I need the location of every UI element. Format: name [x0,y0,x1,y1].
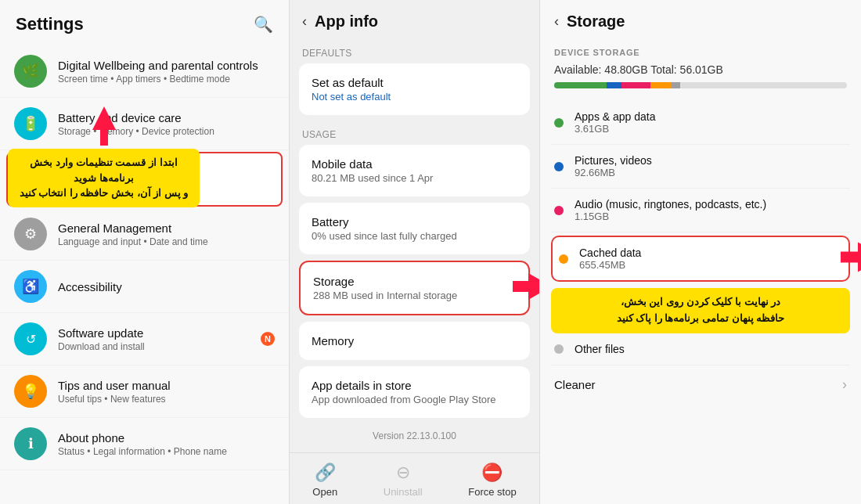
pictures-row-title: Pictures, videos [575,154,652,167]
uninstall-icon: ⊖ [396,463,410,483]
storage-bar [554,82,847,88]
storage-panel: ‹ Storage DEVICE STORAGE Available: 48.8… [540,0,861,504]
sidebar-item-digital-wellbeing[interactable]: 🌿 Digital Wellbeing and parental control… [0,45,289,98]
version-text: Version 22.13.0.100 [299,424,530,448]
battery-card-value: 0% used since last fully charged [312,230,517,242]
bar-audio [621,82,650,88]
force-stop-icon: ⛔ [481,463,503,483]
force-stop-button[interactable]: ⛔ Force stop [468,463,516,498]
audio-row-value: 1.15GB [575,211,766,222]
general-title: General Management [58,221,208,235]
storage-title: Storage [567,13,625,31]
storage-available: Available: 48.80GB Total: 56.01GB [551,63,850,82]
app-bottom-bar: 🔗 Open ⊖ Uninstall ⛔ Force stop [290,452,539,504]
appinfo-panel: ‹ App info Defaults Set as default Not s… [290,0,540,504]
general-icon: ⚙ [14,218,47,250]
other-row-text: Other files [575,343,625,355]
digital-wellbeing-text: Digital Wellbeing and parental controls … [58,59,258,85]
cached-row-value: 655.45MB [579,259,641,271]
right-callout: در نهایت با کلیک کردن روی این بخش،حافظه … [551,288,850,333]
about-subtitle: Status • Legal information • Phone name [58,446,227,457]
memory-card-title: Memory [312,334,517,347]
bar-pictures [607,82,621,88]
storage-back-icon[interactable]: ‹ [554,13,559,30]
software-update-title: Software update [58,326,145,340]
accessibility-title: Accessibility [58,280,122,293]
storage-row-cached[interactable]: Cached data 655.45MB [551,236,850,282]
storage-card-title: Storage [313,275,516,288]
left-callout: ابتدا از قسمت تنظیمات وارد بخش برنامه‌ها… [8,149,200,207]
accessibility-text: Accessibility [58,280,122,293]
cleaner-row[interactable]: Cleaner › [551,365,850,404]
cached-row-title: Cached data [579,247,641,259]
mobile-data-card[interactable]: Mobile data 80.21 MB used since 1 Apr [299,145,530,196]
pictures-row-text: Pictures, videos 92.66MB [575,154,652,178]
sidebar-item-tips[interactable]: 💡 Tips and user manual Useful tips • New… [0,365,289,418]
appinfo-content: Defaults Set as default Not set as defau… [290,40,539,452]
storage-row-pictures[interactable]: Pictures, videos 92.66MB [551,145,850,189]
pictures-row-value: 92.66MB [575,167,652,178]
settings-list: 🌿 Digital Wellbeing and parental control… [0,45,289,504]
back-icon[interactable]: ‹ [302,13,307,30]
general-subtitle: Language and input • Date and time [58,236,208,247]
set-as-default-card[interactable]: Set as default Not set as default [299,63,530,115]
dot-pictures [554,162,564,171]
app-details-title: App details in store [312,379,517,392]
svg-marker-0 [92,106,116,146]
main-container: Settings 🔍 🌿 Digital Wellbeing and paren… [0,0,861,504]
appinfo-title: App info [315,13,378,31]
software-update-icon: ↺ [14,322,47,355]
memory-card[interactable]: Memory [299,322,530,360]
dot-other [554,344,564,354]
arrow-up-left [88,106,120,146]
storage-header: ‹ Storage [540,0,861,40]
storage-row-audio[interactable]: Audio (music, ringtones, podcasts, etc.)… [551,189,850,232]
force-stop-label: Force stop [468,486,516,498]
tips-subtitle: Useful tips • New features [58,394,171,405]
open-button[interactable]: 🔗 Open [312,463,337,498]
audio-row-title: Audio (music, ringtones, podcasts, etc.) [575,198,766,211]
uninstall-button[interactable]: ⊖ Uninstall [384,463,423,498]
bar-other [672,82,680,88]
sidebar-item-software-update[interactable]: ↺ Software update Download and install N [0,313,289,365]
settings-title: Settings [16,14,84,34]
sidebar-item-about[interactable]: ℹ About phone Status • Legal information… [0,418,289,470]
battery-card[interactable]: Battery 0% used since last fully charged [299,203,530,254]
about-title: About phone [58,431,227,445]
battery-card-title: Battery [312,215,517,229]
arrow-right-cached [841,236,861,279]
arrow-mid-right [513,267,539,306]
settings-panel: Settings 🔍 🌿 Digital Wellbeing and paren… [0,0,290,504]
storage-card[interactable]: Storage 288 MB used in Internal storage [299,261,530,315]
app-details-card[interactable]: App details in store App downloaded from… [299,366,530,418]
sidebar-item-general[interactable]: ⚙ General Management Language and input … [0,208,289,261]
software-update-text: Software update Download and install [58,326,145,352]
tips-icon: 💡 [14,375,47,408]
digital-wellbeing-title: Digital Wellbeing and parental controls [58,59,258,72]
settings-header: Settings 🔍 [0,0,289,45]
digital-wellbeing-icon: 🌿 [14,55,47,88]
storage-row-apps[interactable]: Apps & app data 3.61GB [551,101,850,145]
bar-cached [650,82,671,88]
svg-marker-2 [841,242,861,272]
storage-row-other[interactable]: Other files [551,333,850,365]
apps-row-value: 3.61GB [575,123,656,135]
cleaner-chevron: › [842,376,847,393]
other-row-title: Other files [575,343,625,355]
set-as-default-title: Set as default [312,76,517,89]
mobile-data-value: 80.21 MB used since 1 Apr [312,172,517,184]
about-text: About phone Status • Legal information •… [58,431,227,457]
device-storage-label: DEVICE STORAGE [551,40,850,63]
storage-card-value: 288 MB used in Internal storage [313,290,516,301]
bar-apps [554,82,607,88]
sidebar-item-accessibility[interactable]: ♿ Accessibility [0,261,289,313]
tips-title: Tips and user manual [58,379,171,392]
about-icon: ℹ [14,427,47,460]
svg-marker-1 [513,273,539,300]
dot-audio [554,206,564,215]
search-button[interactable]: 🔍 [254,15,273,34]
open-icon: 🔗 [315,463,336,483]
dot-cached [559,254,568,264]
dot-apps [554,118,564,128]
cleaner-title: Cleaner [554,378,596,391]
